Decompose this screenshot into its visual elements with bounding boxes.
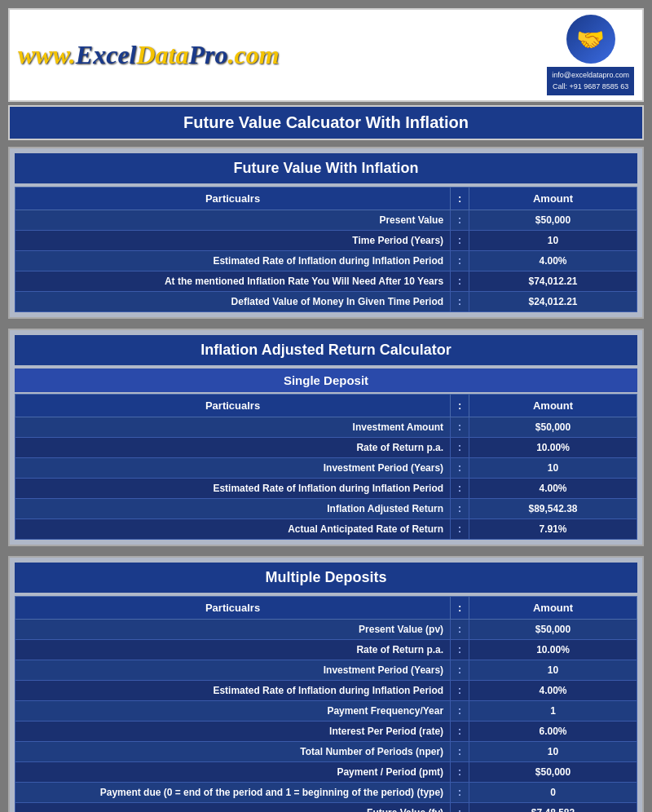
contact-email: info@exceldatapro.com	[552, 71, 629, 79]
row-label: At the mentioned Inflation Rate You Will…	[15, 271, 451, 292]
table-row: Actual Anticipated Rate of Return : 7.91…	[15, 519, 637, 540]
contact-phone: Call: +91 9687 8585 63	[553, 82, 628, 90]
row-value: $50,000	[469, 620, 637, 640]
section1-col-particulars: Particualrs	[15, 188, 451, 210]
row-colon: :	[451, 681, 469, 701]
row-value: 10.00%	[469, 438, 637, 458]
section1-col-colon: :	[451, 188, 469, 210]
row-colon: :	[451, 210, 469, 231]
section-future-value: Future Value With Inflation Particualrs …	[8, 147, 644, 319]
title-excel: Excel	[76, 40, 137, 69]
row-colon: :	[451, 251, 469, 271]
section3-col-particulars: Particualrs	[15, 597, 451, 620]
section1-table: Particualrs : Amount Present Value : $50…	[15, 187, 637, 312]
section1-title: Future Value With Inflation	[15, 153, 637, 183]
logo-icon: 🤝	[566, 15, 615, 64]
row-value: 10	[469, 231, 637, 251]
row-colon: :	[451, 660, 469, 681]
section1-header-row: Particualrs : Amount	[15, 188, 637, 210]
section2-subtitle-text: Single Deposit	[284, 373, 368, 387]
row-label: Future Value (fv)	[15, 803, 451, 813]
page-title: Future Value Calcuator With Inflation	[8, 105, 644, 140]
row-label: Interest Per Period (rate)	[15, 722, 451, 742]
section2-title: Inflation Adjusted Return Calculator	[15, 335, 637, 365]
row-label: Rate of Return p.a.	[15, 438, 451, 458]
section3-col-colon: :	[451, 597, 469, 620]
row-colon: :	[451, 499, 469, 519]
table-row: Investment Amount : $50,000	[15, 417, 637, 438]
row-value: 10	[469, 660, 637, 681]
table-row: Rate of Return p.a. : 10.00%	[15, 640, 637, 660]
title-data: Data	[136, 40, 188, 69]
row-colon: :	[451, 620, 469, 640]
handshake-icon: 🤝	[576, 26, 605, 53]
section3-col-amount: Amount	[469, 597, 637, 620]
row-label: Payment Frequency/Year	[15, 701, 451, 722]
logo-area: 🤝 info@exceldatapro.com Call: +91 9687 8…	[547, 15, 634, 95]
table-row: Present Value : $50,000	[15, 210, 637, 231]
table-row: Total Number of Periods (nper) : 10	[15, 742, 637, 762]
row-colon: :	[451, 271, 469, 292]
table-row: Deflated Value of Money In Given Time Pe…	[15, 292, 637, 312]
row-label: Total Number of Periods (nper)	[15, 742, 451, 762]
row-colon: :	[451, 701, 469, 722]
section3-table: Particualrs : Amount Present Value (pv) …	[15, 596, 637, 812]
row-colon: :	[451, 292, 469, 312]
section2-title-text: Inflation Adjusted Return Calculator	[200, 342, 451, 358]
row-label: Estimated Rate of Inflation during Infla…	[15, 479, 451, 499]
table-row: Payment Frequency/Year : 1	[15, 701, 637, 722]
row-label: Payment due (0 = end of the period and 1…	[15, 783, 451, 803]
row-value: 10.00%	[469, 640, 637, 660]
site-header: www.ExcelDataPro.com 🤝 info@exceldatapro…	[8, 8, 644, 102]
row-value: 1	[469, 701, 637, 722]
row-colon: :	[451, 640, 469, 660]
row-value: 0	[469, 783, 637, 803]
title-pro: Pro	[188, 40, 227, 69]
table-row: Inflation Adjusted Return : $89,542.38	[15, 499, 637, 519]
row-label: Investment Amount	[15, 417, 451, 438]
row-value: $50,000	[469, 417, 637, 438]
section2-col-amount: Amount	[469, 395, 637, 417]
row-colon: :	[451, 762, 469, 783]
row-label: Present Value	[15, 210, 451, 231]
table-row: Estimated Rate of Inflation during Infla…	[15, 251, 637, 271]
section2-col-particulars: Particualrs	[15, 395, 451, 417]
row-label: Rate of Return p.a.	[15, 640, 451, 660]
row-colon: :	[451, 438, 469, 458]
row-value: 10	[469, 742, 637, 762]
row-value: 4.00%	[469, 479, 637, 499]
row-value: $24,012.21	[469, 292, 637, 312]
row-value: $50,000	[469, 210, 637, 231]
title-com: .com	[227, 40, 279, 69]
section1-title-text: Future Value With Inflation	[234, 160, 419, 176]
table-row: Investment Period (Years) : 10	[15, 458, 637, 479]
row-label: Estimated Rate of Inflation during Infla…	[15, 681, 451, 701]
row-value: 4.00%	[469, 251, 637, 271]
row-colon: :	[451, 742, 469, 762]
row-label: Payment / Period (pmt)	[15, 762, 451, 783]
section3-title-text: Multiple Deposits	[265, 569, 386, 585]
row-label: Estimated Rate of Inflation during Infla…	[15, 251, 451, 271]
section2-col-colon: :	[451, 395, 469, 417]
section-inflation-adjusted: Inflation Adjusted Return Calculator Sin…	[8, 329, 644, 546]
site-title: www.ExcelDataPro.com	[18, 40, 280, 70]
section2-header-row: Particualrs : Amount	[15, 395, 637, 417]
title-www: www.	[18, 40, 76, 69]
row-colon: :	[451, 722, 469, 742]
row-label: Present Value (pv)	[15, 620, 451, 640]
page-title-text: Future Value Calcuator With Inflation	[183, 113, 469, 131]
row-value: 6.00%	[469, 722, 637, 742]
table-row: Future Value (fv) : $7,48,582	[15, 803, 637, 813]
row-value: 10	[469, 458, 637, 479]
table-row: Payment due (0 = end of the period and 1…	[15, 783, 637, 803]
row-label: Investment Period (Years)	[15, 458, 451, 479]
row-value: $89,542.38	[469, 499, 637, 519]
row-colon: :	[451, 417, 469, 438]
row-colon: :	[451, 783, 469, 803]
table-row: Interest Per Period (rate) : 6.00%	[15, 722, 637, 742]
row-value: $50,000	[469, 762, 637, 783]
table-row: Time Period (Years) : 10	[15, 231, 637, 251]
row-label: Investment Period (Years)	[15, 660, 451, 681]
row-value: 4.00%	[469, 681, 637, 701]
section3-title: Multiple Deposits	[15, 563, 637, 593]
